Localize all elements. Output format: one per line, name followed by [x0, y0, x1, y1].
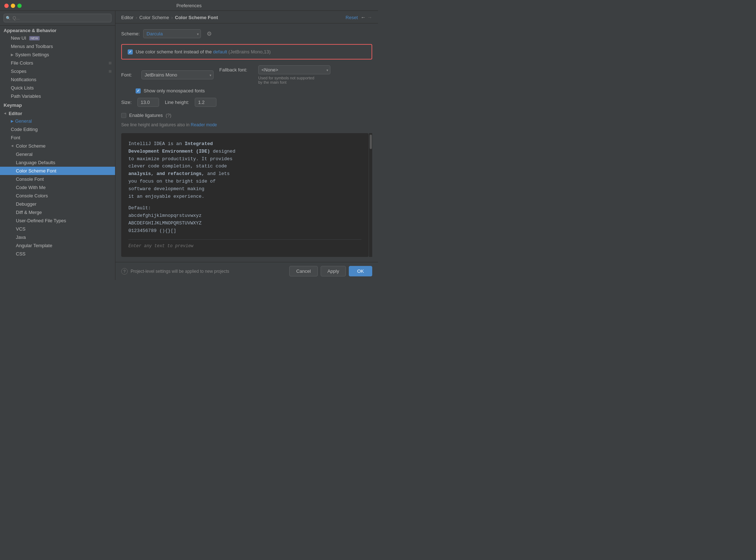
sidebar-item-vcs[interactable]: VCS: [0, 225, 115, 233]
search-input[interactable]: [4, 14, 111, 22]
nav-arrows: ← →: [361, 14, 372, 20]
reader-mode-link[interactable]: Reader mode: [191, 122, 217, 127]
cancel-button[interactable]: Cancel: [289, 266, 317, 276]
sidebar-item-quick-lists[interactable]: Quick Lists: [0, 84, 115, 92]
sidebar-item-angular[interactable]: Angular Template: [0, 241, 115, 250]
size-input[interactable]: [137, 98, 159, 107]
preview-line1: IntelliJ IDEA is an Integrated: [128, 140, 361, 148]
sidebar: 🔍 Appearance & Behavior New UI NEW Menus…: [0, 11, 115, 280]
sidebar-item-debugger[interactable]: Debugger: [0, 200, 115, 208]
new-badge: NEW: [29, 36, 40, 40]
sidebar-item-cs-general[interactable]: General: [0, 150, 115, 158]
reader-mode-text-before: See line height and ligatures also in: [121, 122, 189, 127]
preview-line2: Development Environment (IDE) designed: [128, 148, 361, 156]
reset-link[interactable]: Reset: [346, 15, 358, 20]
preview-line12: ABCDEFGHIJKLMNOPQRSTUVWXYZ: [128, 220, 361, 227]
sidebar-item-user-defined[interactable]: User-Defined File Types: [0, 216, 115, 225]
window-title: Preferences: [176, 3, 202, 8]
sidebar-item-console-colors[interactable]: Console Colors: [0, 192, 115, 200]
sidebar-item-label: Console Font: [16, 176, 44, 182]
sidebar-item-label: Language Defaults: [16, 160, 55, 165]
sidebar-item-label: CSS: [16, 251, 26, 257]
chevron-down-icon: ▼: [3, 112, 7, 115]
sidebar-item-font[interactable]: Font: [0, 134, 115, 142]
sidebar-item-menus-toolbars[interactable]: Menus and Toolbars: [0, 42, 115, 51]
search-bar: 🔍: [0, 11, 115, 26]
sidebar-item-general[interactable]: ▶ General: [0, 117, 115, 125]
mono-check-row: Show only monospaced fonts: [136, 88, 372, 93]
default-link[interactable]: default: [213, 49, 227, 54]
preview-line11: abcdefghijklmnopqrstuvwxyz: [128, 212, 361, 220]
ok-button[interactable]: OK: [349, 266, 372, 276]
sidebar-item-label: Font: [11, 135, 20, 140]
preview-line4: clever code completion, static code: [128, 163, 361, 170]
scheme-select-wrap: Darcula ▾: [143, 29, 201, 38]
grid-icon2: ⊞: [109, 69, 111, 73]
sidebar-item-java[interactable]: Java: [0, 233, 115, 241]
sidebar-item-label: New UI: [11, 35, 26, 41]
forward-arrow[interactable]: →: [367, 14, 372, 20]
mono-checkbox[interactable]: [136, 88, 141, 93]
sidebar-item-newui[interactable]: New UI NEW: [0, 34, 115, 42]
sidebar-item-scopes[interactable]: Scopes ⊞: [0, 67, 115, 75]
preview-line13: 0123456789 (){}[]: [128, 227, 361, 235]
preview-line6: you focus on the bright side of: [128, 178, 361, 185]
font-select[interactable]: JetBrains Mono: [141, 70, 214, 79]
sidebar-item-notifications[interactable]: Notifications: [0, 75, 115, 84]
bottom-buttons: Cancel Apply OK: [289, 266, 372, 276]
sidebar-item-console-font[interactable]: Console Font: [0, 175, 115, 183]
use-color-scheme-text: Use color scheme font instead of the def…: [136, 49, 271, 54]
sidebar-item-language-defaults[interactable]: Language Defaults: [0, 158, 115, 167]
chevron-down-icon2: ▼: [10, 144, 14, 148]
preview-box[interactable]: IntelliJ IDEA is an Integrated Developme…: [121, 133, 369, 257]
sidebar-item-color-scheme-font[interactable]: Color Scheme Font: [0, 167, 115, 175]
preview-line8: it an enjoyable experience.: [128, 193, 361, 201]
preview-line7: software development making: [128, 185, 361, 193]
back-arrow[interactable]: ←: [361, 14, 366, 20]
breadcrumb-font: Color Scheme Font: [175, 15, 218, 20]
search-icon: 🔍: [6, 16, 11, 21]
breadcrumb-sep2: ›: [171, 15, 173, 20]
sidebar-item-label: Color Scheme Font: [16, 168, 56, 174]
help-button[interactable]: ?: [121, 268, 128, 275]
content-area: Editor › Color Scheme › Color Scheme Fon…: [115, 11, 378, 280]
sidebar-item-label: Menus and Toolbars: [11, 44, 53, 49]
preview-scrollbar[interactable]: [369, 133, 372, 257]
ligatures-checkbox[interactable]: [121, 113, 126, 118]
sidebar-item-system-settings[interactable]: ▶ System Settings: [0, 51, 115, 59]
chevron-right-icon2: ▶: [11, 119, 14, 123]
fallback-col: Fallback font: <None> ▾ Used for symbols…: [219, 65, 330, 84]
apply-button[interactable]: Apply: [321, 266, 346, 276]
sidebar-header-editor[interactable]: ▼ Editor: [0, 109, 115, 117]
close-button[interactable]: [4, 4, 9, 8]
breadcrumb-sep1: ›: [136, 15, 137, 20]
preview-input[interactable]: [128, 244, 361, 249]
gear-button[interactable]: ⚙: [205, 30, 214, 38]
title-bar: Preferences: [0, 0, 378, 11]
help-icon[interactable]: (?): [166, 113, 171, 118]
sidebar-item-path-variables[interactable]: Path Variables: [0, 92, 115, 100]
minimize-button[interactable]: [11, 4, 15, 8]
use-color-scheme-box: Use color scheme font instead of the def…: [121, 44, 372, 60]
sidebar-item-color-scheme[interactable]: ▼ Color Scheme: [0, 142, 115, 150]
sidebar-item-diff-merge[interactable]: Diff & Merge: [0, 208, 115, 216]
fallback-label: Fallback font:: [219, 67, 255, 73]
scheme-row: Scheme: Darcula ▾ ⚙: [121, 29, 372, 38]
header-actions: Reset ← →: [346, 14, 372, 20]
bottom-left: ? Project-level settings will be applied…: [121, 268, 229, 275]
sidebar-item-label: Quick Lists: [11, 85, 34, 91]
sidebar-item-code-with-me[interactable]: Code With Me: [0, 183, 115, 192]
sidebar-item-label: General: [15, 118, 32, 124]
preview-line5: analysis, and refactorings, and lets: [128, 170, 361, 178]
sidebar-header-keymap: Keymap: [0, 100, 115, 109]
fallback-select[interactable]: <None>: [258, 65, 330, 74]
sidebar-item-label: File Colors: [11, 60, 33, 66]
fallback-note: Used for symbols not supported by the ma…: [258, 76, 330, 84]
sidebar-item-file-colors[interactable]: File Colors ⊞: [0, 59, 115, 67]
scheme-select[interactable]: Darcula: [143, 29, 201, 38]
maximize-button[interactable]: [17, 4, 22, 8]
sidebar-item-css[interactable]: CSS: [0, 250, 115, 258]
line-height-input[interactable]: [195, 98, 216, 107]
use-color-scheme-checkbox[interactable]: [128, 49, 133, 54]
sidebar-item-code-editing[interactable]: Code Editing: [0, 125, 115, 134]
